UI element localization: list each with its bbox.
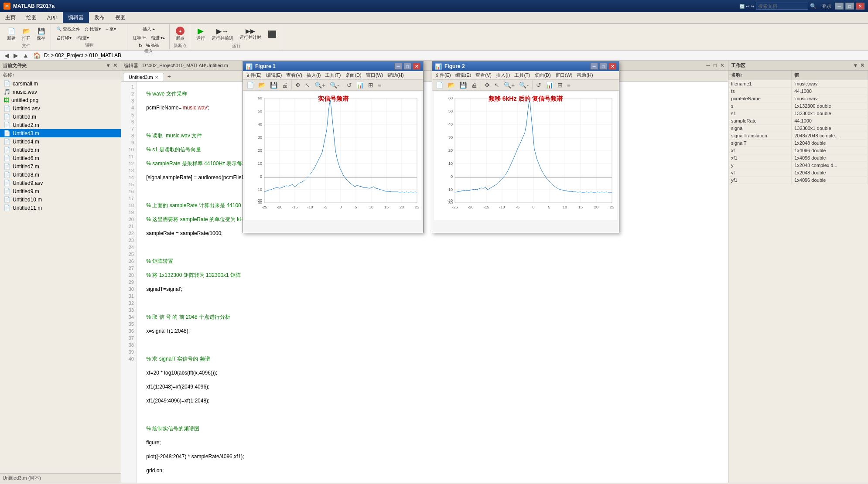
minimize-btn[interactable]: ─ (835, 3, 844, 10)
fig1-tool-new[interactable]: 📄 (245, 81, 256, 89)
fig1-menu-file[interactable]: 文件(E) (246, 72, 262, 78)
file-item-png[interactable]: 🖼 untitled.png (0, 96, 121, 104)
file-item-asv[interactable]: 📄 Untitled.asv (0, 104, 121, 112)
file-item-untitled10[interactable]: 📄 Untitled10.m (0, 195, 121, 204)
table-row[interactable]: xf11x4096 double (728, 154, 868, 162)
home-btn[interactable]: 🏠 (32, 52, 41, 59)
table-row[interactable]: signalT1x2048 double (728, 140, 868, 147)
fig1-menu-window[interactable]: 窗口(W) (366, 72, 383, 78)
menu-publish[interactable]: 发布 (89, 12, 110, 23)
editor-minimize-icon[interactable]: ─ (705, 62, 711, 69)
table-row[interactable]: s1132300x1 double (728, 110, 868, 117)
fig1-maximize[interactable]: □ (403, 63, 411, 70)
indent-btn[interactable]: ↕缩进▾ (74, 34, 91, 42)
fig2-menu-desktop[interactable]: 桌面(D) (534, 72, 550, 78)
table-row[interactable]: pcmFileName'music.wav' (728, 95, 868, 102)
table-row[interactable]: s1x132300 double (728, 102, 868, 110)
editor-close-icon[interactable]: ✕ (719, 62, 725, 69)
menu-home[interactable]: 主页 (0, 12, 21, 23)
breakpoint-btn[interactable]: ● 断点 (173, 25, 187, 43)
forward-btn[interactable]: ▶ (13, 52, 19, 59)
file-item-carsmall[interactable]: 📄 carsmall.m (0, 79, 121, 88)
fig2-tool-new[interactable]: 📄 (434, 81, 445, 89)
close-btn[interactable]: ✕ (856, 3, 865, 10)
menu-app[interactable]: APP (42, 13, 63, 23)
file-item-untitled3[interactable]: 📄 Untitled3.m (0, 129, 121, 137)
fig1-tool-data[interactable]: 📊 (355, 81, 366, 89)
fig1-tool-save[interactable]: 💾 (268, 81, 279, 89)
fig1-close[interactable]: ✕ (413, 63, 420, 70)
fig1-menu-desktop[interactable]: 桌面(D) (345, 72, 361, 78)
fig1-tool-legend[interactable]: ≡ (376, 81, 383, 89)
table-row[interactable]: filename1'music.wav' (728, 80, 868, 88)
goto-btn[interactable]: →至▾ (103, 25, 118, 33)
search-input[interactable] (756, 3, 808, 10)
file-item-untitled9[interactable]: 📄 Untitled9.m (0, 187, 121, 195)
compare-btn[interactable]: ⚖ 比较▾ (83, 25, 103, 33)
fig2-minimize[interactable]: ─ (590, 63, 598, 70)
open-btn[interactable]: 📂 打开 (19, 25, 33, 43)
fig1-tool-zoom-in[interactable]: 🔍+ (313, 81, 327, 89)
run-btn[interactable]: ▶ 运行 (194, 25, 208, 43)
fig1-tool-pan[interactable]: ✥ (294, 81, 302, 89)
file-item-untitled4[interactable]: 📄 Untitled4.m (0, 137, 121, 146)
fig2-menu-help[interactable]: 帮助(H) (577, 72, 593, 78)
fig1-tool-zoom-out[interactable]: 🔍- (328, 81, 341, 89)
menu-view[interactable]: 视图 (110, 12, 131, 23)
insert-btn[interactable]: 插入 ▸ (141, 25, 157, 33)
fig1-tool-print[interactable]: 🖨 (280, 81, 290, 89)
fig2-tool-legend[interactable]: ≡ (565, 81, 572, 89)
file-panel-close[interactable]: ✕ (112, 62, 118, 69)
run-advance-btn[interactable]: ▶→ 运行并前进 (209, 26, 236, 43)
table-row[interactable]: y1x2048 complex d... (728, 162, 868, 169)
fig1-menu-view[interactable]: 查看(V) (286, 72, 302, 78)
fig2-tool-print[interactable]: 🖨 (469, 81, 479, 89)
fig1-menu-edit[interactable]: 编辑(E) (266, 72, 282, 78)
table-row[interactable]: yf11x4096 double (728, 177, 868, 184)
print-btn[interactable]: 🖨打印▾ (55, 34, 73, 42)
up-btn[interactable]: ▲ (22, 52, 30, 59)
table-row[interactable]: yf1x2048 double (728, 169, 868, 177)
fig2-tool-select[interactable]: ↖ (492, 81, 501, 89)
indent2-btn[interactable]: 缩进 ▾▴ (149, 34, 167, 42)
tab-close-icon[interactable]: ✕ (155, 75, 158, 80)
fig2-tool-pan[interactable]: ✥ (483, 81, 492, 89)
file-item-untitled6[interactable]: 📄 Untitled6.m (0, 154, 121, 162)
file-item-untitled8[interactable]: 📄 Untitled8.m (0, 170, 121, 179)
fig2-tool-more[interactable]: ⊞ (556, 81, 564, 89)
file-item-untitled5[interactable]: 📄 Untitled5.m (0, 146, 121, 154)
file-item-untitled[interactable]: 📄 Untitled.m (0, 112, 121, 121)
workspace-close-icon[interactable]: ✕ (859, 62, 865, 69)
fig2-tool-save[interactable]: 💾 (458, 81, 468, 89)
table-row[interactable]: signal132300x1 double (728, 125, 868, 132)
table-row[interactable]: xf1x4096 double (728, 147, 868, 154)
menu-editor[interactable]: 编辑器 (63, 12, 89, 23)
comment-btn[interactable]: 注释 % (131, 34, 148, 42)
fig2-menu-window[interactable]: 窗口(W) (555, 72, 573, 78)
maximize-btn[interactable]: □ (845, 3, 854, 10)
run-section-btn[interactable]: ▶▶ 运行并计时 (237, 26, 263, 42)
file-item-music[interactable]: 🎵 music.wav (0, 88, 121, 96)
fig1-minimize[interactable]: ─ (394, 63, 402, 70)
menu-plot[interactable]: 绘图 (21, 12, 42, 23)
fig2-tool-open[interactable]: 📂 (446, 81, 457, 89)
editor-expand-icon[interactable]: □ (713, 62, 718, 69)
fig2-tool-zoom-out[interactable]: 🔍- (517, 81, 530, 89)
save-btn[interactable]: 💾 保存 (34, 25, 48, 43)
table-row[interactable]: signalTranslation2048x2048 comple... (728, 132, 868, 140)
table-row[interactable]: fs44.1000 (728, 88, 868, 95)
file-item-untitled7[interactable]: 📄 Untitled7.m (0, 162, 121, 170)
fig2-maximize[interactable]: □ (599, 63, 607, 70)
fig2-menu-view[interactable]: 查看(V) (475, 72, 492, 78)
fig1-menu-help[interactable]: 帮助(H) (387, 72, 403, 78)
find-file-btn[interactable]: 🔍 查找文件 (55, 25, 82, 33)
file-item-untitled11[interactable]: 📄 Untitled11.m (0, 204, 121, 212)
fig1-menu-insert[interactable]: 插入(I) (307, 72, 321, 78)
fig2-tool-zoom-in[interactable]: 🔍+ (502, 81, 516, 89)
fig1-tool-open[interactable]: 📂 (256, 81, 267, 89)
back-btn[interactable]: ◀ (3, 52, 10, 59)
fig2-menu-edit[interactable]: 编辑(E) (455, 72, 472, 78)
fig1-tool-more[interactable]: ⊞ (366, 81, 375, 89)
new-btn[interactable]: 📄 新建 (4, 25, 18, 43)
fig2-menu-tools[interactable]: 工具(T) (514, 72, 530, 78)
